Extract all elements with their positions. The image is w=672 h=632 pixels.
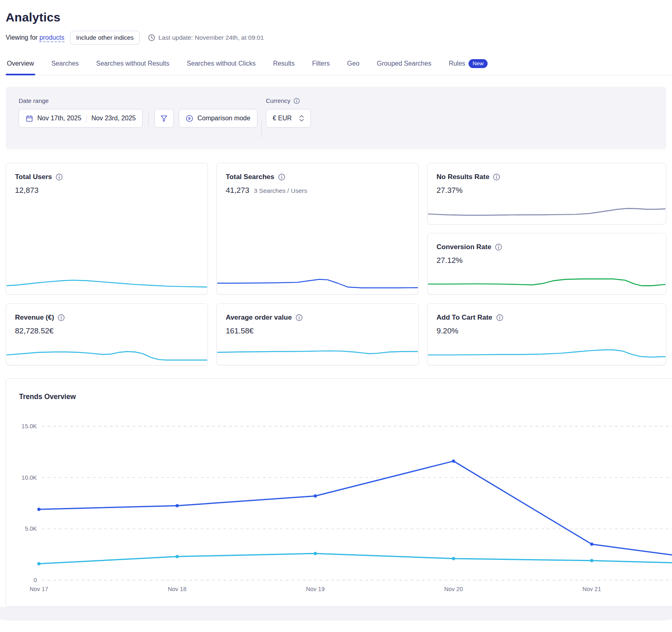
next-card-top-edge (6, 620, 666, 621)
divider (148, 111, 149, 126)
tab-geo[interactable]: Geo (346, 55, 361, 75)
clock-icon (148, 34, 155, 41)
tab-results[interactable]: Results (272, 55, 296, 75)
date-range-picker[interactable]: Nov 17th, 2025 Nov 23rd, 2025 (19, 109, 143, 128)
play-circle-icon (186, 115, 193, 122)
currency-value: € EUR (273, 115, 292, 122)
filter-button[interactable] (154, 109, 174, 128)
info-icon[interactable] (493, 173, 500, 181)
tab-searches-without-clicks[interactable]: Searches without Clicks (186, 55, 257, 75)
select-stepper-icon (299, 115, 304, 122)
date-separator (86, 114, 87, 122)
filter-bar: Date range Nov 17th, 2025 Nov 23rd, 2025 (6, 87, 666, 149)
svg-text:Nov 20: Nov 20 (444, 586, 463, 592)
include-other-indices-button[interactable]: Include other indices (70, 31, 140, 45)
page-title: Analytics (6, 11, 666, 24)
date-start: Nov 17th, 2025 (37, 115, 81, 122)
info-icon[interactable] (295, 314, 303, 321)
card-title: Total Users (15, 173, 52, 181)
new-badge: New (469, 59, 488, 68)
divider (261, 120, 262, 138)
last-update: Last update: November 24th, at 09:01 (148, 34, 264, 41)
comparison-mode-label: Comparison mode (197, 115, 250, 122)
metric-value: 82,728.52€ (15, 327, 54, 335)
tab-rules-label: Rules (449, 60, 465, 67)
metrics-row-2: Revenue (€) 82,728.52€ Average order val… (6, 303, 666, 365)
svg-text:Nov 18: Nov 18 (168, 586, 186, 592)
total-users-sparkline (6, 275, 207, 292)
conversion-rate-sparkline (428, 275, 666, 292)
card-revenue: Revenue (€) 82,728.52€ (6, 303, 208, 365)
index-selector-link[interactable]: products (39, 34, 64, 42)
total-searches-sparkline (217, 275, 418, 292)
funnel-icon (160, 115, 168, 122)
tab-overview[interactable]: Overview (6, 55, 35, 75)
metric-value: 9.20% (437, 327, 458, 335)
currency-group: Currency € EUR (266, 97, 311, 128)
metric-value: 27.37% (437, 186, 462, 195)
metric-value: 41,273 (226, 186, 249, 195)
tab-grouped-searches[interactable]: Grouped Searches (376, 55, 432, 75)
card-title: Conversion Rate (437, 243, 491, 251)
svg-text:5.0K: 5.0K (25, 525, 37, 532)
no-results-rate-sparkline (428, 205, 666, 222)
date-end: Nov 23rd, 2025 (92, 115, 136, 122)
card-no-results-rate: No Results Rate 27.37% (427, 163, 666, 224)
calendar-icon (26, 115, 33, 122)
card-total-users: Total Users 12,873 (6, 163, 208, 295)
page-header: Analytics Viewing for products Include o… (0, 0, 672, 45)
trends-overview-card: Trends Overview 05.0K10.0K15.0KNov 17Nov… (6, 378, 672, 607)
card-title: Add To Cart Rate (437, 314, 492, 322)
metric-subtext: 3 Searches / Users (254, 187, 307, 194)
svg-text:Nov 19: Nov 19 (306, 586, 325, 592)
card-total-searches: Total Searches 41,273 3 Searches / Users (216, 163, 419, 295)
svg-text:Nov 17: Nov 17 (30, 586, 48, 592)
metric-value: 12,873 (15, 186, 39, 195)
tab-searches[interactable]: Searches (50, 55, 80, 75)
card-title: Revenue (€) (15, 314, 54, 322)
metric-value: 27.12% (437, 256, 462, 265)
last-update-text: Last update: November 24th, at 09:01 (158, 34, 264, 41)
tab-rules[interactable]: Rules New (447, 55, 489, 75)
tab-searches-without-results[interactable]: Searches without Results (95, 55, 171, 75)
add-to-cart-rate-sparkline (428, 346, 666, 363)
trends-chart[interactable]: 05.0K10.0K15.0KNov 17Nov 18Nov 19Nov 20N… (6, 379, 672, 607)
card-title: Average order value (226, 314, 292, 322)
currency-label: Currency (266, 97, 311, 104)
analytics-tabs: Overview Searches Searches without Resul… (0, 55, 672, 75)
metric-value: 161.58€ (226, 327, 254, 335)
subheader: Viewing for products Include other indic… (6, 31, 666, 45)
date-range-label: Date range (19, 97, 257, 104)
card-average-order-value: Average order value 161.58€ (216, 303, 419, 365)
info-icon[interactable] (293, 98, 300, 104)
date-range-group: Date range Nov 17th, 2025 Nov 23rd, 2025 (19, 97, 257, 128)
info-icon[interactable] (56, 173, 63, 181)
svg-text:15.0K: 15.0K (21, 423, 37, 429)
info-icon[interactable] (496, 314, 503, 321)
info-icon[interactable] (495, 243, 502, 251)
info-icon[interactable] (278, 173, 285, 181)
svg-text:10.0K: 10.0K (21, 474, 37, 481)
average-order-value-sparkline (217, 346, 418, 363)
card-add-to-cart-rate: Add To Cart Rate 9.20% (427, 303, 666, 365)
card-conversion-rate: Conversion Rate 27.12% (427, 233, 666, 295)
svg-text:Nov 21: Nov 21 (582, 586, 601, 592)
viewing-for-text: Viewing for products (6, 34, 64, 41)
tab-filters[interactable]: Filters (311, 55, 331, 75)
info-icon[interactable] (58, 314, 65, 321)
metrics-row-1: Total Users 12,873 Total Searches 41,273… (6, 163, 666, 295)
section-background (0, 607, 672, 620)
card-title: No Results Rate (437, 173, 489, 181)
svg-text:0: 0 (34, 577, 37, 583)
revenue-sparkline (6, 346, 207, 363)
card-title: Total Searches (226, 173, 274, 181)
comparison-mode-button[interactable]: Comparison mode (179, 109, 257, 128)
currency-select[interactable]: € EUR (266, 109, 311, 128)
